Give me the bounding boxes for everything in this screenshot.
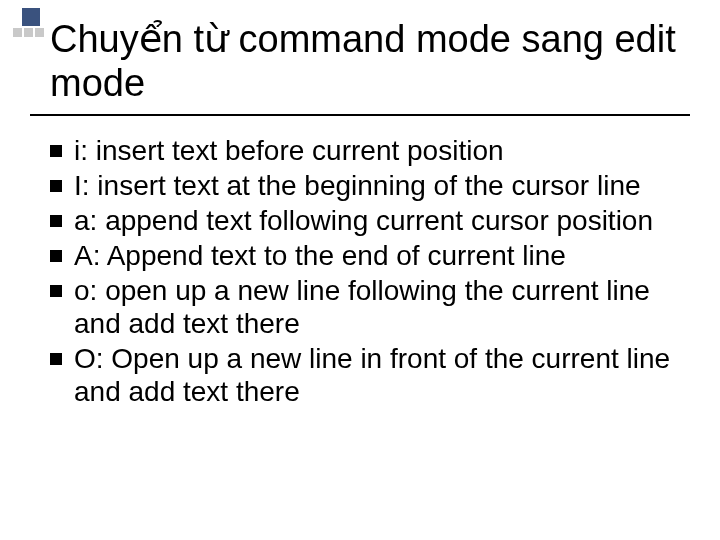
square-bullet-icon <box>50 145 62 157</box>
slide: Chuyển từ command mode sang edit mode i:… <box>0 0 720 540</box>
decor-square-small <box>13 28 22 37</box>
list-item-text: o: open up a new line following the curr… <box>74 274 680 340</box>
title-underline <box>30 114 690 116</box>
list-item-text: a: append text following current cursor … <box>74 204 680 237</box>
square-bullet-icon <box>50 215 62 227</box>
decor-square-large <box>22 8 40 26</box>
corner-decoration <box>0 8 44 48</box>
list-item: i: insert text before current position <box>50 134 680 167</box>
square-bullet-icon <box>50 285 62 297</box>
list-item: o: open up a new line following the curr… <box>50 274 680 340</box>
list-item: A: Append text to the end of current lin… <box>50 239 680 272</box>
slide-title: Chuyển từ command mode sang edit mode <box>50 18 690 105</box>
list-item: I: insert text at the beginning of the c… <box>50 169 680 202</box>
decor-square-small <box>35 28 44 37</box>
list-item-text: O: Open up a new line in front of the cu… <box>74 342 680 408</box>
list-item-text: i: insert text before current position <box>74 134 680 167</box>
list-item-text: I: insert text at the beginning of the c… <box>74 169 680 202</box>
bullet-list: i: insert text before current position I… <box>50 134 680 410</box>
list-item: a: append text following current cursor … <box>50 204 680 237</box>
list-item-text: A: Append text to the end of current lin… <box>74 239 680 272</box>
square-bullet-icon <box>50 180 62 192</box>
list-item: O: Open up a new line in front of the cu… <box>50 342 680 408</box>
square-bullet-icon <box>50 353 62 365</box>
decor-square-small <box>24 28 33 37</box>
square-bullet-icon <box>50 250 62 262</box>
